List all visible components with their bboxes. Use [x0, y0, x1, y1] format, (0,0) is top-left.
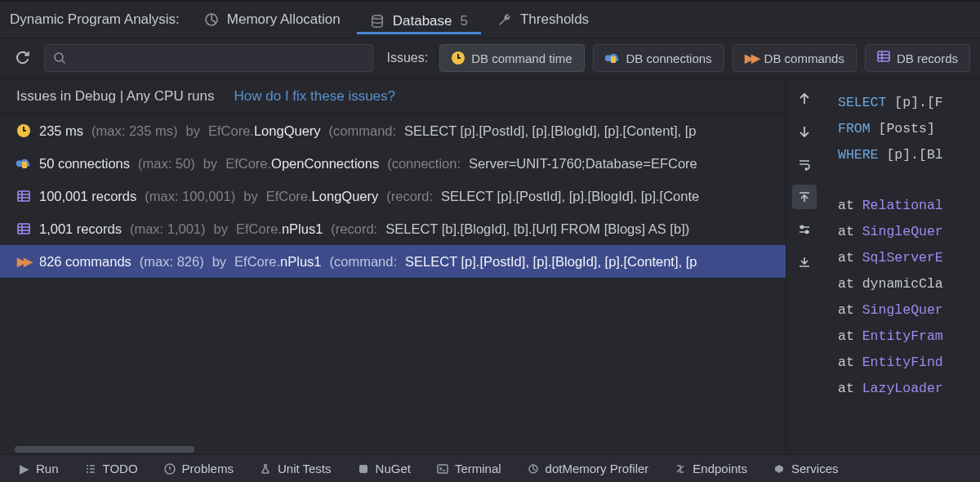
- svg-rect-5: [22, 162, 27, 168]
- breadcrumb: Issues in Debug | Any CPU runs: [16, 88, 215, 105]
- footer-label: Run: [36, 462, 59, 475]
- detail-toolbar: [786, 78, 822, 454]
- issue-row[interactable]: 100,001 records (max: 100,001) by EfCore…: [0, 180, 786, 212]
- filter-label: DB connections: [626, 51, 712, 65]
- stack-line: at LazyLoader: [838, 376, 980, 402]
- refresh-button[interactable]: [10, 45, 36, 71]
- footer-run[interactable]: ▶Run: [8, 455, 70, 482]
- database-icon: [370, 14, 385, 29]
- terminal-icon: [437, 463, 448, 475]
- connections-icon: [605, 52, 620, 64]
- issue-max: (max: 235 ms): [91, 123, 177, 139]
- bottom-toolbar: ▶Run TODO Problems Unit Tests NuGet Term…: [0, 454, 980, 482]
- footer-todo[interactable]: TODO: [74, 455, 149, 482]
- filter-db-commands[interactable]: ▶▶ DB commands: [733, 44, 857, 72]
- footer-label: dotMemory Profiler: [546, 462, 649, 475]
- stack-trace: at Relational at SingleQuer at SqlServer…: [838, 193, 980, 402]
- previous-button[interactable]: [792, 87, 817, 111]
- search-input[interactable]: [44, 44, 373, 72]
- svg-rect-11: [359, 465, 368, 473]
- search-icon: [53, 51, 66, 65]
- issue-detail: SELECT [b].[BlogId], [b].[Url] FROM [Blo…: [385, 221, 689, 237]
- by-label: by: [214, 221, 228, 237]
- by-label: by: [243, 189, 257, 204]
- issue-source: EfCore.LongQuery: [208, 123, 321, 139]
- commands-icon: ▶▶: [16, 254, 31, 269]
- wrench-icon: [497, 12, 512, 27]
- footer-label: Services: [791, 462, 839, 475]
- by-label: by: [212, 254, 226, 270]
- issue-row[interactable]: 1,001 records (max: 1,001) by EfCore.nPl…: [0, 212, 786, 245]
- issue-max: (max: 1,001): [130, 221, 206, 237]
- horizontal-scrollbar[interactable]: [0, 444, 786, 454]
- dpa-tab-bar: Dynamic Program Analysis: Memory Allocat…: [0, 0, 980, 38]
- svg-rect-3: [611, 56, 616, 63]
- sql-line: FROM [Posts]: [838, 116, 980, 142]
- issue-detail-prefix: (connection:: [387, 156, 461, 172]
- filter-db-command-time[interactable]: DB command time: [439, 44, 584, 72]
- settings-sliders-button[interactable]: [792, 217, 817, 242]
- play-icon: ▶: [20, 462, 29, 476]
- stack-line: at SqlServerE: [838, 245, 980, 271]
- issue-row[interactable]: ▶▶ 826 commands (max: 826) by EfCore.nPl…: [0, 245, 786, 278]
- issue-detail: Server=UNIT-1760;Database=EFCore: [469, 156, 697, 172]
- footer-label: NuGet: [376, 462, 411, 475]
- services-icon: [773, 463, 785, 475]
- by-label: by: [186, 123, 200, 139]
- footer-nuget[interactable]: NuGet: [346, 455, 422, 482]
- issue-max: (max: 826): [140, 254, 204, 270]
- tab-memory-allocation[interactable]: Memory Allocation: [191, 7, 354, 33]
- flask-icon: [260, 463, 271, 475]
- svg-point-9: [805, 230, 808, 233]
- footer-terminal[interactable]: Terminal: [425, 455, 513, 482]
- footer-dotmemory[interactable]: dotMemory Profiler: [516, 455, 661, 482]
- filter-db-records[interactable]: DB records: [865, 44, 970, 72]
- issue-max: (max: 50): [138, 156, 195, 172]
- stack-line: at dynamicCla: [838, 271, 980, 297]
- stack-line: at Relational: [838, 193, 980, 219]
- workspace: Issues in Debug | Any CPU runs How do I …: [0, 78, 980, 454]
- filter-db-connections[interactable]: DB connections: [593, 44, 724, 72]
- next-button[interactable]: [792, 119, 817, 144]
- warning-icon: [164, 463, 176, 475]
- footer-label: Problems: [182, 462, 234, 475]
- issue-source: EfCore.LongQuery: [266, 189, 379, 204]
- issue-row[interactable]: 235 ms (max: 235 ms) by EfCore.LongQuery…: [0, 114, 786, 147]
- tab-label: Database: [393, 13, 452, 29]
- todo-icon: [85, 463, 96, 475]
- scroll-to-bottom-button[interactable]: [792, 250, 817, 274]
- tab-count: 5: [461, 13, 468, 29]
- dpa-title: Dynamic Program Analysis:: [10, 11, 188, 28]
- filter-label: DB records: [897, 51, 958, 65]
- footer-unit-tests[interactable]: Unit Tests: [248, 455, 343, 482]
- help-link[interactable]: How do I fix these issues?: [234, 88, 395, 105]
- filter-label: DB commands: [764, 51, 844, 65]
- endpoints-icon: [675, 463, 686, 475]
- stack-line: at SingleQuer: [838, 297, 980, 324]
- issue-value: 235 ms: [39, 123, 83, 139]
- tab-thresholds[interactable]: Thresholds: [484, 7, 602, 33]
- issue-max: (max: 100,001): [145, 189, 235, 204]
- issue-source: EfCore.OpenConnections: [225, 156, 379, 172]
- footer-problems[interactable]: Problems: [153, 455, 245, 482]
- filter-label: DB command time: [471, 51, 572, 65]
- clock-icon: [452, 51, 465, 65]
- svg-point-1: [372, 15, 382, 19]
- issue-detail-prefix: (record:: [331, 221, 377, 237]
- scroll-to-top-button[interactable]: [792, 185, 817, 209]
- issue-row[interactable]: 50 connections (max: 50) by EfCore.OpenC…: [0, 147, 786, 180]
- footer-label: Endpoints: [693, 462, 747, 475]
- commands-icon: ▶▶: [745, 51, 758, 65]
- tab-label: Thresholds: [520, 11, 589, 28]
- footer-endpoints[interactable]: Endpoints: [663, 455, 759, 482]
- soft-wrap-button[interactable]: [792, 152, 817, 176]
- footer-services[interactable]: Services: [762, 455, 850, 482]
- issue-detail-prefix: (record:: [386, 189, 433, 204]
- footer-label: Unit Tests: [278, 462, 332, 475]
- sql-line: SELECT [p].[F: [838, 90, 980, 116]
- tab-database[interactable]: Database 5: [357, 6, 481, 34]
- issues-panel: Issues in Debug | Any CPU runs How do I …: [0, 78, 786, 454]
- profiler-icon: [528, 463, 539, 475]
- svg-point-8: [800, 225, 803, 228]
- issue-detail-prefix: (command:: [330, 254, 398, 270]
